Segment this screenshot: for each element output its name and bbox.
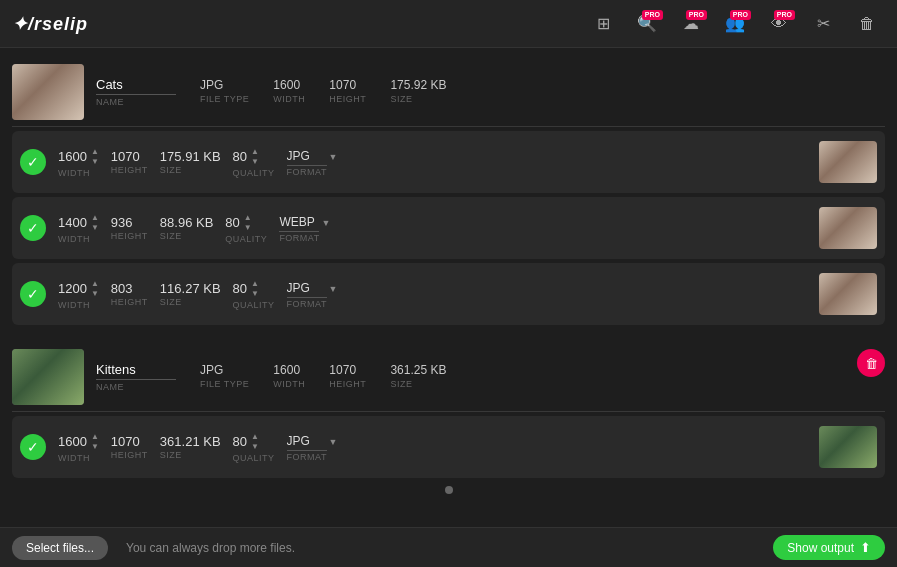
- file-meta-kittens: Kittens NAME JPG FILE TYPE 1600 WIDTH 10…: [96, 362, 885, 392]
- quality-down-btn[interactable]: ▼: [251, 157, 259, 167]
- format-key: FORMAT: [287, 167, 327, 177]
- width-stepper[interactable]: ▲ ▼: [91, 432, 99, 452]
- width-up-btn[interactable]: ▲: [91, 279, 99, 289]
- file-name-block-cats: Cats NAME: [96, 77, 176, 107]
- check-circle[interactable]: ✓: [20, 149, 46, 175]
- format-select[interactable]: JPGWEBPPNG: [287, 147, 327, 166]
- output-height-val: 803: [111, 281, 133, 296]
- thumb-image-cats: [12, 64, 84, 120]
- select-arrow-icon: ▼: [329, 437, 338, 447]
- width-field-cats: 1600 WIDTH: [273, 78, 305, 104]
- format-select[interactable]: JPGWEBPPNG: [287, 432, 327, 451]
- format-select-wrapper: JPGWEBPPNG ▼: [287, 432, 338, 451]
- width-down-btn[interactable]: ▼: [91, 442, 99, 452]
- preview-image: [819, 141, 877, 183]
- format-select-wrapper: JPGWEBPPNG ▼: [287, 147, 338, 166]
- name-label: NAME: [96, 97, 176, 107]
- output-size-val: 88.96 KB: [160, 215, 214, 230]
- width-up-btn[interactable]: ▲: [91, 432, 99, 442]
- output-width-val: 1400 ▲ ▼: [58, 213, 99, 233]
- eye-icon-btn[interactable]: 👁 PRO: [761, 8, 797, 40]
- quality-stepper[interactable]: ▲ ▼: [244, 213, 252, 233]
- filetype-field-kittens: JPG FILE TYPE: [200, 363, 249, 389]
- width-stepper[interactable]: ▲ ▼: [91, 279, 99, 299]
- file-meta-cats: Cats NAME JPG FILE TYPE 1600 WIDTH 1070 …: [96, 77, 885, 107]
- output-width-field: 1200 ▲ ▼ WIDTH: [58, 279, 99, 310]
- layout-icon-btn[interactable]: ⊞: [585, 8, 621, 40]
- format-select[interactable]: WEBPJPGPNG: [279, 213, 319, 232]
- width-up-btn[interactable]: ▲: [91, 213, 99, 223]
- file-delete-btn-kittens[interactable]: 🗑: [857, 349, 885, 377]
- quality-stepper[interactable]: ▲ ▼: [251, 147, 259, 167]
- select-files-button[interactable]: Select files...: [12, 536, 108, 560]
- output-width-val: 1200 ▲ ▼: [58, 279, 99, 299]
- size-val-cats: 175.92 KB: [390, 78, 446, 92]
- output-quality-val: 80 ▲ ▼: [233, 279, 259, 299]
- quality-down-btn[interactable]: ▼: [244, 223, 252, 233]
- output-size-val: 175.91 KB: [160, 149, 221, 164]
- app-logo: ✦/rselip: [12, 13, 88, 35]
- quality-down-btn[interactable]: ▼: [251, 442, 259, 452]
- check-circle[interactable]: ✓: [20, 281, 46, 307]
- cloud-icon-btn[interactable]: ☁ PRO: [673, 8, 709, 40]
- output-format-field: JPGWEBPPNG ▼ FORMAT: [287, 432, 338, 462]
- width-down-btn[interactable]: ▼: [91, 223, 99, 233]
- output-row: ✓ 1400 ▲ ▼ WIDTH 936 HEIGHT 88.96 KB SIZ…: [12, 197, 885, 259]
- select-arrow-icon: ▼: [321, 218, 330, 228]
- layout-icon: ⊞: [597, 14, 610, 33]
- size-key: SIZE: [160, 231, 182, 241]
- trash-icon-btn[interactable]: 🗑: [849, 8, 885, 40]
- width-up-btn[interactable]: ▲: [91, 147, 99, 157]
- size-label: SIZE: [390, 379, 412, 389]
- pro-badge: PRO: [774, 10, 795, 20]
- output-size-val: 116.27 KB: [160, 281, 221, 296]
- size-key: SIZE: [160, 165, 182, 175]
- output-height-field: 936 HEIGHT: [111, 215, 148, 241]
- width-stepper[interactable]: ▲ ▼: [91, 213, 99, 233]
- output-width-val: 1600 ▲ ▼: [58, 432, 99, 452]
- quality-up-btn[interactable]: ▲: [251, 432, 259, 442]
- quality-key: QUALITY: [225, 234, 267, 244]
- height-field-cats: 1070 HEIGHT: [329, 78, 366, 104]
- pro-badge: PRO: [642, 10, 663, 20]
- check-circle[interactable]: ✓: [20, 215, 46, 241]
- output-height-field: 803 HEIGHT: [111, 281, 148, 307]
- users-icon-btn[interactable]: 👥 PRO: [717, 8, 753, 40]
- quality-up-btn[interactable]: ▲: [251, 279, 259, 289]
- tools-icon-btn[interactable]: ✂: [805, 8, 841, 40]
- quality-stepper[interactable]: ▲ ▼: [251, 279, 259, 299]
- width-field-kittens: 1600 WIDTH: [273, 363, 305, 389]
- quality-down-btn[interactable]: ▼: [251, 289, 259, 299]
- output-format-field: JPGWEBPPNG ▼ FORMAT: [287, 279, 338, 309]
- width-down-btn[interactable]: ▼: [91, 157, 99, 167]
- output-preview: [819, 426, 877, 468]
- trash-icon: 🗑: [859, 15, 875, 33]
- format-select[interactable]: JPGWEBPPNG: [287, 279, 327, 298]
- height-key: HEIGHT: [111, 297, 148, 307]
- width-key: WIDTH: [58, 234, 90, 244]
- preview-image: [819, 273, 877, 315]
- quality-stepper[interactable]: ▲ ▼: [251, 432, 259, 452]
- width-down-btn[interactable]: ▼: [91, 289, 99, 299]
- output-quality-field: 80 ▲ ▼ QUALITY: [233, 147, 275, 178]
- output-height-field: 1070 HEIGHT: [111, 149, 148, 175]
- output-preview: [819, 207, 877, 249]
- height-label: HEIGHT: [329, 379, 366, 389]
- output-format-field: JPGWEBPPNG ▼ FORMAT: [287, 147, 338, 177]
- size-val-kittens: 361.25 KB: [390, 363, 446, 377]
- search-icon-btn[interactable]: 🔍 PRO: [629, 8, 665, 40]
- quality-up-btn[interactable]: ▲: [251, 147, 259, 157]
- output-width-val: 1600 ▲ ▼: [58, 147, 99, 167]
- show-output-button[interactable]: Show output ⬆: [773, 535, 885, 560]
- name-label: NAME: [96, 382, 176, 392]
- size-field-kittens: 361.25 KB SIZE: [390, 363, 446, 389]
- check-circle[interactable]: ✓: [20, 434, 46, 460]
- width-stepper[interactable]: ▲ ▼: [91, 147, 99, 167]
- quality-up-btn[interactable]: ▲: [244, 213, 252, 223]
- output-quality-val: 80 ▲ ▼: [225, 213, 251, 233]
- select-arrow-icon: ▼: [329, 284, 338, 294]
- format-key: FORMAT: [287, 452, 327, 462]
- main-content: Cats NAME JPG FILE TYPE 1600 WIDTH 1070 …: [0, 48, 897, 527]
- drop-hint-text: You can always drop more files.: [126, 541, 295, 555]
- width-val-kittens: 1600: [273, 363, 300, 377]
